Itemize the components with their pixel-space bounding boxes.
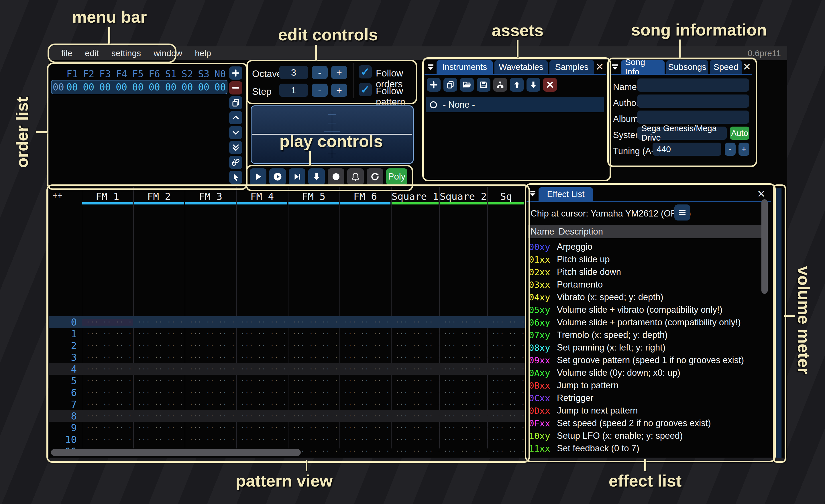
pattern-cell[interactable]: ··· ·· ·· ···· (82, 401, 133, 408)
pattern-cell[interactable]: ··· ·· ·· ···· (236, 330, 288, 337)
menu-settings[interactable]: settings (111, 49, 141, 58)
pattern-cell[interactable]: ··· ·· ·· ···· (439, 448, 487, 455)
pattern-cell[interactable]: ··· ·· ·· ···· (391, 436, 439, 443)
pattern-cell[interactable]: ··· ·· ·· ···· (340, 377, 391, 384)
effect-row-10xy[interactable]: 10xySetup LFO (x: enable; y: speed) (529, 430, 766, 442)
instrument-duplicate-button[interactable] (443, 78, 457, 92)
pattern-cell[interactable]: ··· ·· ·· ···· (82, 354, 133, 361)
pattern-cell[interactable]: ··· ·· ·· ···· (439, 436, 487, 443)
order-duplicate-button[interactable] (229, 96, 242, 109)
pattern-cell[interactable]: ··· ·· ·· ···· (133, 401, 185, 408)
instrument-open-button[interactable] (460, 78, 474, 92)
effect-row-0axy[interactable]: 0AxyVolume slide (0y: down; x0: up) (529, 366, 766, 379)
pattern-cell[interactable]: ··· ·· ·· ···· (236, 389, 288, 396)
instrument-list-item-none[interactable]: - None - (426, 97, 604, 112)
order-move-up-button[interactable] (229, 111, 242, 124)
pattern-cell[interactable]: ··· ·· ·· ···· (133, 354, 185, 361)
instrument-toggle-folders-button[interactable] (493, 78, 507, 92)
pattern-cell[interactable]: ··· ·· ·· ···· (288, 330, 340, 337)
pattern-cell[interactable]: ··· ·· ·· ···· (185, 330, 236, 337)
pattern-cell[interactable]: ··· ·· ·· ···· (487, 401, 525, 408)
pattern-cell[interactable]: ··· ·· ·· ···· (340, 424, 391, 431)
pattern-cell[interactable]: ··· ·· ·· ···· (82, 389, 133, 396)
pattern-cell[interactable]: ··· ·· ·· ···· (487, 319, 525, 326)
pattern-cell[interactable]: ··· ·· ·· ···· (487, 389, 525, 396)
close-icon[interactable]: × (757, 188, 765, 199)
effect-list-menu-button[interactable] (674, 204, 690, 221)
order-move-down-button[interactable] (229, 126, 242, 139)
pattern-cell[interactable]: ··· ·· ·· ···· (439, 401, 487, 408)
play-button[interactable] (250, 168, 267, 185)
pattern-cell[interactable]: ··· ·· ·· ···· (439, 330, 487, 337)
pattern-cell[interactable]: ··· ·· ·· ···· (487, 436, 525, 443)
effect-row-12xx[interactable]: 12xxSet level of operator 1 (0 highest, … (529, 455, 766, 457)
effect-row-03xx[interactable]: 03xxPortamento (529, 278, 766, 291)
pattern-cell[interactable]: ··· ·· ·· ···· (340, 319, 391, 326)
pattern-cell[interactable]: ··· ·· ·· ···· (133, 319, 185, 326)
pattern-cell[interactable]: ··· ·· ·· ···· (340, 366, 391, 372)
tab-song-info[interactable]: Song Info (621, 60, 665, 74)
effect-row-08xy[interactable]: 08xySet panning (x: left; y: right) (529, 341, 766, 354)
pattern-cell[interactable]: ··· ·· ·· ···· (133, 330, 185, 337)
pattern-horizontal-scrollbar[interactable] (51, 449, 301, 456)
effect-row-0dxx[interactable]: 0DxxJump to next pattern (529, 404, 766, 417)
pattern-cell[interactable]: ··· ·· ·· ···· (391, 366, 439, 372)
menu-help[interactable]: help (195, 49, 211, 58)
order-remove-button[interactable] (229, 81, 242, 94)
pattern-cell[interactable]: ··· ·· ·· ···· (487, 330, 525, 337)
tuning-decrease-button[interactable]: - (725, 143, 736, 156)
pattern-cell[interactable]: ··· ·· ·· ···· (236, 401, 288, 408)
pattern-cell[interactable]: ··· ·· ·· ···· (340, 413, 391, 420)
pattern-cell[interactable]: ··· ·· ·· ···· (288, 436, 340, 443)
tuning-input[interactable]: 440 (653, 143, 721, 156)
step-row-button[interactable] (289, 168, 305, 185)
poly-button[interactable]: Poly (386, 168, 407, 185)
effect-row-0cxx[interactable]: 0CxxRetrigger (529, 392, 766, 404)
pattern-cell[interactable]: ··· ·· ·· ···· (288, 389, 340, 396)
window-collapse-icon[interactable] (611, 63, 619, 72)
effect-row-06xy[interactable]: 06xyVolume slide + portamento (compatibi… (529, 316, 766, 329)
effect-row-0fxx[interactable]: 0FxxSet speed (speed 2 if no grooves exi… (529, 417, 766, 430)
pattern-cell[interactable]: ··· ·· ·· ···· (82, 424, 133, 431)
pattern-cell[interactable]: ··· ·· ·· ···· (288, 377, 340, 384)
order-cell[interactable]: 00 (66, 82, 78, 93)
pattern-view-window[interactable]: ++ FM 1FM 2FM 3FM 4FM 5FM 6Square 1Squar… (49, 187, 525, 457)
pattern-cell[interactable]: ··· ·· ·· ···· (340, 401, 391, 408)
pattern-cell[interactable]: ··· ·· ·· ···· (236, 342, 288, 349)
instrument-delete-button[interactable] (543, 78, 557, 92)
octave-input[interactable]: 3 (279, 66, 308, 79)
order-edit-mode-button[interactable] (229, 171, 242, 184)
follow-orders-checkbox[interactable]: ✓ (359, 65, 372, 78)
pattern-row-7[interactable]: 7··· ·· ·· ······· ·· ·· ······· ·· ·· ·… (49, 398, 525, 410)
pattern-cell[interactable]: ··· ·· ·· ···· (82, 330, 133, 337)
menu-edit[interactable]: edit (85, 49, 98, 58)
order-deep-clone-button[interactable] (229, 156, 242, 169)
instrument-move-down-button[interactable] (527, 78, 540, 92)
pattern-cell[interactable]: ··· ·· ·· ···· (288, 424, 340, 431)
pattern-row-4[interactable]: 4··· ·· ·· ······· ·· ·· ······· ·· ·· ·… (49, 363, 525, 375)
pattern-cell[interactable]: ··· ·· ·· ···· (487, 448, 525, 455)
pattern-cell[interactable]: ··· ·· ·· ···· (82, 377, 133, 384)
pattern-cell[interactable]: ··· ·· ·· ···· (288, 319, 340, 326)
tab-subsongs[interactable]: Subsongs (666, 60, 708, 74)
pattern-cell[interactable]: ··· ·· ·· ···· (82, 366, 133, 372)
pattern-cell[interactable]: ··· ·· ·· ···· (133, 342, 185, 349)
pattern-cell[interactable]: ··· ·· ·· ···· (133, 424, 185, 431)
pattern-cell[interactable]: ··· ·· ·· ···· (439, 389, 487, 396)
pattern-cell[interactable]: ··· ·· ·· ···· (185, 401, 236, 408)
pattern-cell[interactable]: ··· ·· ·· ···· (391, 354, 439, 361)
close-icon[interactable]: × (596, 61, 604, 72)
pattern-row-8[interactable]: 8··· ·· ·· ······· ·· ·· ······· ·· ·· ·… (49, 410, 525, 422)
effect-row-11xx[interactable]: 11xxSet feedback (0 to 7) (529, 442, 766, 455)
pattern-cell[interactable]: ··· ·· ·· ···· (185, 424, 236, 431)
pattern-cell[interactable]: ··· ·· ·· ···· (185, 413, 236, 420)
pattern-row-0[interactable]: 0··· ·· ·· ······· ·· ·· ······· ·· ·· ·… (49, 316, 525, 328)
record-button[interactable] (328, 168, 344, 185)
author-input[interactable] (638, 94, 749, 108)
pattern-cell[interactable]: ··· ·· ·· ···· (185, 436, 236, 443)
pattern-cell[interactable]: ··· ·· ·· ···· (340, 330, 391, 337)
close-icon[interactable]: × (743, 61, 751, 72)
pattern-cell[interactable]: ··· ·· ·· ···· (288, 366, 340, 372)
pattern-row-5[interactable]: 5··· ·· ·· ······· ·· ·· ······· ·· ·· ·… (49, 375, 525, 387)
pattern-row-1[interactable]: 1··· ·· ·· ······· ·· ·· ······· ·· ·· ·… (49, 328, 525, 340)
